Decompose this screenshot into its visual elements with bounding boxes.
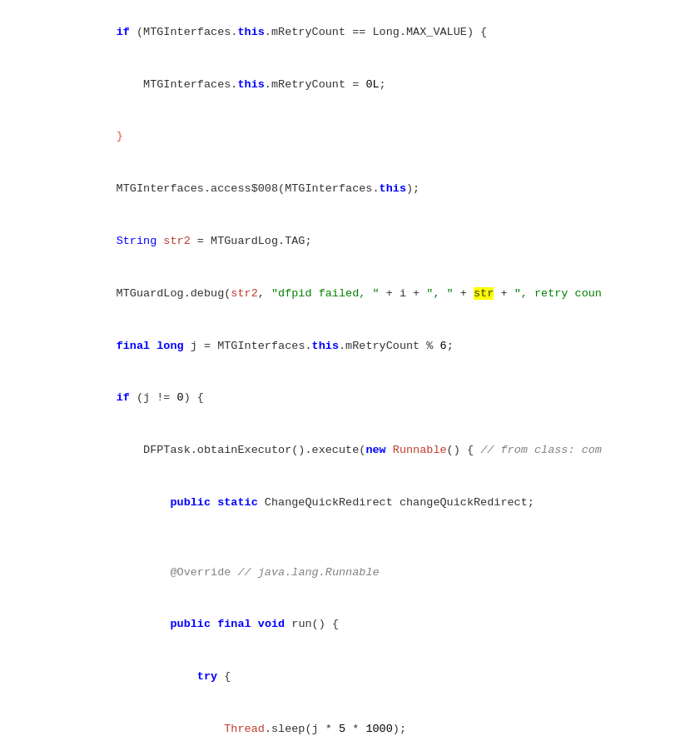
code-line: } xyxy=(8,112,700,164)
code-line: Thread.sleep(j * 5 * 1000); xyxy=(8,704,700,736)
code-line: @Override // java.lang.Runnable xyxy=(8,547,700,599)
code-line: DFPTask.obtainExecutor().execute(new Run… xyxy=(8,425,700,477)
code-viewer: if (MTGInterfaces.this.mRetryCount == Lo… xyxy=(0,0,700,736)
code-line: public final void run() { xyxy=(8,599,700,651)
code-line: MTGInterfaces.access$008(MTGInterfaces.t… xyxy=(8,163,700,216)
code-line xyxy=(8,530,700,547)
code-line: MTGInterfaces.this.mRetryCount = 0L; xyxy=(8,59,700,112)
code-line: final long j = MTGInterfaces.this.mRetry… xyxy=(8,321,700,373)
code-line: MTGuardLog.debug(str2, "dfpid failed, " … xyxy=(8,268,700,321)
code-line-try: try { xyxy=(8,651,700,704)
code-line: if (j != 0) { xyxy=(8,372,700,425)
code-line: if (MTGInterfaces.this.mRetryCount == Lo… xyxy=(8,7,700,59)
code-line: String str2 = MTGuardLog.TAG; xyxy=(8,216,700,268)
code-line: public static ChangeQuickRedirect change… xyxy=(8,477,700,530)
